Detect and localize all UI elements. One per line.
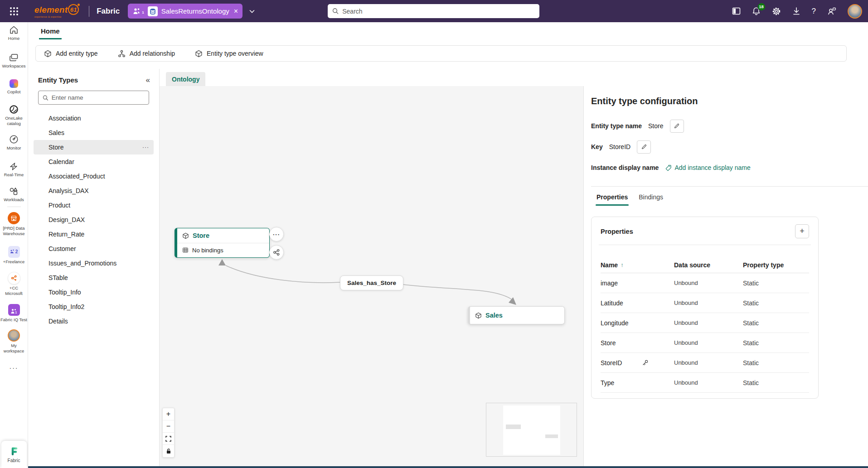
freelance-workspace-icon: 2 xyxy=(8,246,20,258)
cube-icon xyxy=(44,50,52,58)
entity-type-list-item[interactable]: Tooltip_Info xyxy=(34,285,154,299)
minimap-node xyxy=(506,425,521,429)
zoom-out-button[interactable]: − xyxy=(163,420,174,433)
entity-type-list-item[interactable]: Association xyxy=(34,111,154,125)
search-input[interactable] xyxy=(342,8,535,15)
rail-item-copilot[interactable]: Copilot xyxy=(0,79,28,94)
tab-properties[interactable]: Properties xyxy=(591,188,633,206)
property-data-source: Unbound xyxy=(674,379,743,386)
entity-type-list-item[interactable]: Return_Rate xyxy=(34,227,154,241)
entity-type-name: Customer xyxy=(48,245,76,252)
toggle-pane-button[interactable] xyxy=(732,7,741,15)
entity-type-name: Issues_and_Promotions xyxy=(48,260,116,267)
entity-type-list-item[interactable]: STable xyxy=(34,270,154,285)
rail-item-fabric-home[interactable]: Fabric xyxy=(1,441,27,468)
global-search[interactable] xyxy=(328,4,539,18)
property-data-source: Unbound xyxy=(674,339,743,346)
rail-item-cc-microsoft[interactable]: +CC Microsoft xyxy=(0,272,28,296)
tag-icon xyxy=(665,164,672,171)
entity-node-store[interactable]: Store No bindings xyxy=(175,228,270,258)
node-create-relationship-button[interactable] xyxy=(269,245,284,260)
rail-item-my-workspace[interactable]: My workspace xyxy=(0,329,28,353)
data-warehouse-icon xyxy=(8,212,20,224)
rail-item-prd-data-warehouse[interactable]: [PRD] Data Warehouse xyxy=(0,212,28,236)
tab-home[interactable]: Home xyxy=(39,27,62,39)
collapse-panel-button[interactable]: « xyxy=(146,76,150,84)
tab-bindings[interactable]: Bindings xyxy=(633,188,669,206)
lock-canvas-button[interactable] xyxy=(163,445,174,457)
entity-type-list-item[interactable]: Tooltip_Info2 xyxy=(34,299,154,314)
settings-button[interactable] xyxy=(772,7,781,16)
property-row[interactable]: Latitude Unbound Static xyxy=(601,293,809,313)
node-title: Sales xyxy=(485,312,503,319)
property-row[interactable]: Type Unbound Static xyxy=(601,373,809,393)
property-row[interactable]: Store Unbound Static xyxy=(601,333,809,353)
svg-text:1: 1 xyxy=(15,311,17,314)
workspace-tab[interactable]: 1 SalesReturnsOntology × xyxy=(128,4,242,19)
workspace-dropdown-caret[interactable] xyxy=(249,10,255,13)
relationship-label[interactable]: Sales_has_Store xyxy=(340,275,403,290)
fabric-iq-icon: 1 xyxy=(8,304,20,316)
entity-type-list-item[interactable]: Details xyxy=(34,314,154,328)
entity-types-title: Entity Types xyxy=(38,76,78,84)
entity-type-list-item[interactable]: Product xyxy=(34,198,154,212)
add-property-button[interactable]: + xyxy=(795,224,809,238)
node-title: Store xyxy=(193,232,209,239)
rail-item-monitor[interactable]: Monitor xyxy=(0,135,28,150)
canvas-minimap[interactable] xyxy=(486,403,577,457)
ontology-canvas[interactable]: Store No bindings ··· Sales_has_Store Sa… xyxy=(160,86,583,466)
edit-name-button[interactable] xyxy=(670,120,684,133)
node-more-button[interactable]: ··· xyxy=(269,227,284,241)
item-more-button[interactable]: ··· xyxy=(142,144,149,150)
property-name: Latitude xyxy=(601,299,623,307)
property-name: Longitude xyxy=(601,319,629,327)
column-property-type[interactable]: Property type xyxy=(743,261,809,269)
rail-item-home[interactable]: Home xyxy=(0,25,28,41)
rail-item-workloads[interactable]: Workloads xyxy=(0,187,28,202)
rail-item-workspaces[interactable]: Workspaces xyxy=(0,53,28,68)
tab-ontology[interactable]: Ontology xyxy=(166,72,205,86)
entity-type-list-item[interactable]: Issues_and_Promotions xyxy=(34,256,154,270)
add-instance-display-name-link[interactable]: Add instance display name xyxy=(665,164,750,171)
close-icon[interactable]: × xyxy=(234,8,238,15)
entity-type-list-item[interactable]: Customer xyxy=(34,241,154,256)
top-bar: element61 experience & expertise Fabric … xyxy=(0,0,868,22)
entity-type-name: Product xyxy=(48,202,70,209)
property-row[interactable]: Longitude Unbound Static xyxy=(601,313,809,333)
add-relationship-button[interactable]: Add relationship xyxy=(118,50,175,58)
entity-search-input[interactable] xyxy=(52,94,145,101)
entity-search-box[interactable] xyxy=(38,91,149,105)
brand-tagline: experience & expertise xyxy=(34,16,62,18)
feedback-button[interactable] xyxy=(827,7,836,15)
column-name[interactable]: Name xyxy=(601,261,618,269)
add-entity-type-button[interactable]: Add entity type xyxy=(44,50,98,58)
property-data-source: Unbound xyxy=(674,319,743,326)
entity-type-list-item[interactable]: Sales xyxy=(34,125,154,140)
app-launcher-button[interactable] xyxy=(0,0,28,22)
downloads-button[interactable] xyxy=(792,7,800,15)
property-row[interactable]: image Unbound Static xyxy=(601,273,809,293)
search-icon xyxy=(332,8,339,14)
entity-type-name-label: Entity type name xyxy=(591,122,642,130)
column-data-source[interactable]: Data source xyxy=(674,261,743,269)
rail-item-onelake-catalog[interactable]: OneLake catalog xyxy=(0,105,28,126)
entity-type-list-item[interactable]: Analysis_DAX xyxy=(34,183,154,198)
fit-view-button[interactable] xyxy=(163,433,174,445)
help-button[interactable]: ? xyxy=(812,7,816,16)
entity-type-list-item[interactable]: Associated_Product xyxy=(34,169,154,183)
edit-key-button[interactable] xyxy=(637,140,651,154)
entity-type-list-item[interactable]: Calendar xyxy=(34,154,154,169)
rail-item-real-time[interactable]: Real-Time xyxy=(0,162,28,177)
notifications-button[interactable]: 18 xyxy=(752,7,761,16)
rail-item-freelance[interactable]: 2 +Freelance xyxy=(0,246,28,264)
entity-type-name-value: Store xyxy=(648,122,663,130)
entity-node-sales[interactable]: Sales xyxy=(468,306,565,324)
rail-item-fabric-iq-test[interactable]: 1 Fabric IQ Test xyxy=(0,304,28,322)
account-avatar[interactable] xyxy=(848,4,862,19)
property-row[interactable]: StoreID Unbound Static xyxy=(601,353,809,373)
zoom-in-button[interactable]: + xyxy=(163,408,174,420)
rail-more-button[interactable]: ··· xyxy=(10,364,19,372)
entity-type-list-item[interactable]: Design_DAX xyxy=(34,212,154,227)
entity-type-overview-button[interactable]: Entity type overview xyxy=(195,50,263,58)
entity-type-list-item[interactable]: Store ··· xyxy=(34,140,154,154)
